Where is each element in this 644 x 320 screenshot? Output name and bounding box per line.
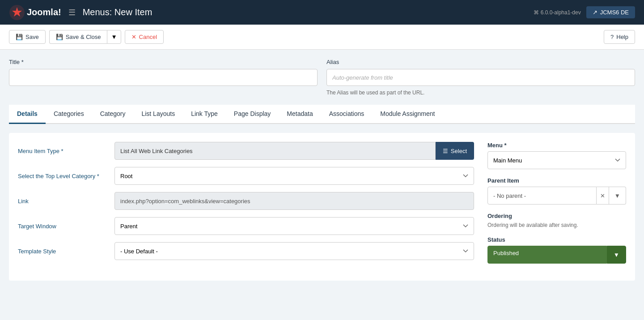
user-name: JCMS6 DE	[600, 9, 629, 16]
alias-group: Alias The Alias will be used as part of …	[326, 59, 635, 96]
link-value	[114, 192, 474, 210]
save-close-button[interactable]: 💾 Save & Close	[49, 30, 107, 44]
alias-hint: The Alias will be used as part of the UR…	[326, 90, 635, 96]
cancel-icon: ✕	[131, 34, 136, 40]
main-panel: Menu Item Type * ☰ Select Select the	[9, 133, 635, 281]
top-level-category-value: Root	[114, 167, 474, 185]
link-label: Link	[18, 198, 107, 205]
save-close-icon: 💾	[56, 34, 63, 40]
menu-section: Menu * Main Menu	[487, 142, 626, 169]
tabs: Details Categories Category List Layouts…	[9, 105, 635, 124]
tab-link-type[interactable]: Link Type	[183, 105, 226, 124]
chevron-down-icon: ▼	[111, 34, 117, 40]
user-menu-button[interactable]: ↗ JCMS6 DE	[586, 6, 635, 18]
status-section: Status Published ▼	[487, 236, 626, 264]
parent-item-dropdown-button[interactable]: ▼	[609, 187, 626, 205]
status-group: Published ▼	[487, 246, 626, 264]
title-alias-row: Title * Alias The Alias will be used as …	[9, 59, 635, 96]
parent-item-clear-button[interactable]: ✕	[597, 187, 609, 205]
details-right: Menu * Main Menu Parent Item ✕ ▼	[487, 142, 626, 272]
menu-item-type-row: Menu Item Type * ☰ Select	[18, 142, 474, 160]
tab-category[interactable]: Category	[92, 105, 134, 124]
tab-metadata[interactable]: Metadata	[279, 105, 321, 124]
chevron-down-icon: ▼	[614, 252, 619, 258]
status-value: Published	[487, 246, 607, 264]
tab-associations[interactable]: Associations	[321, 105, 373, 124]
ordering-section: Ordering Ordering will be available afte…	[487, 213, 626, 228]
cancel-button[interactable]: ✕ Cancel	[125, 30, 164, 44]
header: Joomla! ☰ Menus: New Item ⌘ 6.0.0-alpha1…	[0, 0, 644, 25]
save-button[interactable]: 💾 Save	[9, 30, 46, 44]
target-window-value: Parent	[114, 217, 474, 235]
content-area: Title * Alias The Alias will be used as …	[0, 50, 644, 290]
menu-select[interactable]: Main Menu	[487, 151, 626, 169]
menu-item-type-input	[114, 142, 436, 160]
ordering-label: Ordering	[487, 213, 626, 219]
version-text: ⌘ 6.0.0-alpha1-dev	[534, 9, 580, 16]
joomla-icon	[9, 4, 25, 21]
template-style-value: - Use Default -	[114, 242, 474, 260]
top-level-category-row: Select the Top Level Category * Root	[18, 167, 474, 185]
parent-item-group: ✕ ▼	[487, 187, 626, 205]
top-level-category-label: Select the Top Level Category *	[18, 173, 107, 179]
header-right: ⌘ 6.0.0-alpha1-dev ↗ JCMS6 DE	[534, 6, 635, 18]
menu-hamburger-icon[interactable]: ☰	[68, 8, 76, 17]
tab-page-display[interactable]: Page Display	[226, 105, 279, 124]
target-window-select[interactable]: Parent	[114, 217, 474, 235]
tab-categories[interactable]: Categories	[46, 105, 92, 124]
alias-label: Alias	[326, 59, 635, 65]
parent-item-section: Parent Item ✕ ▼	[487, 177, 626, 205]
toolbar: 💾 Save 💾 Save & Close ▼ ✕ Cancel ? Help	[0, 25, 644, 50]
list-icon: ☰	[443, 148, 448, 154]
title-input[interactable]	[9, 69, 318, 86]
ordering-hint: Ordering will be available after saving.	[487, 222, 626, 228]
status-label: Status	[487, 236, 626, 243]
parent-item-input[interactable]	[487, 187, 597, 205]
menu-label: Menu *	[487, 142, 626, 149]
alias-input[interactable]	[326, 69, 635, 86]
parent-item-label: Parent Item	[487, 177, 626, 184]
title-label: Title *	[9, 59, 318, 65]
logo-text: Joomla!	[27, 7, 61, 17]
details-left: Menu Item Type * ☰ Select Select the	[18, 142, 474, 272]
target-window-label: Target Window	[18, 223, 107, 230]
tab-list-layouts[interactable]: List Layouts	[133, 105, 183, 124]
help-button[interactable]: ? Help	[604, 30, 635, 44]
template-style-row: Template Style - Use Default -	[18, 242, 474, 260]
save-icon: 💾	[16, 34, 23, 40]
save-close-group: 💾 Save & Close ▼	[49, 30, 121, 44]
title-group: Title *	[9, 59, 318, 86]
header-left: Joomla! ☰ Menus: New Item	[9, 4, 152, 21]
menu-type-row: ☰ Select	[114, 142, 474, 160]
toolbar-left: 💾 Save 💾 Save & Close ▼ ✕ Cancel	[9, 30, 164, 44]
tab-module-assignment[interactable]: Module Assignment	[372, 105, 443, 124]
menu-item-type-label: Menu Item Type *	[18, 148, 107, 154]
status-dropdown-button[interactable]: ▼	[607, 246, 626, 264]
template-style-label: Template Style	[18, 248, 107, 255]
link-row: Link	[18, 192, 474, 210]
save-close-dropdown-button[interactable]: ▼	[107, 30, 121, 44]
external-link-icon: ↗	[593, 9, 597, 16]
details-content: Menu Item Type * ☰ Select Select the	[18, 142, 626, 272]
page-title-header: Menus: New Item	[83, 7, 153, 17]
template-style-select[interactable]: - Use Default -	[114, 242, 474, 260]
menu-item-type-value: ☰ Select	[114, 142, 474, 160]
link-input	[114, 192, 474, 210]
top-level-category-select[interactable]: Root	[114, 167, 474, 185]
help-icon: ?	[610, 34, 614, 40]
tab-details[interactable]: Details	[9, 105, 46, 124]
joomla-logo: Joomla!	[9, 4, 61, 21]
target-window-row: Target Window Parent	[18, 217, 474, 235]
select-button[interactable]: ☰ Select	[436, 142, 474, 160]
